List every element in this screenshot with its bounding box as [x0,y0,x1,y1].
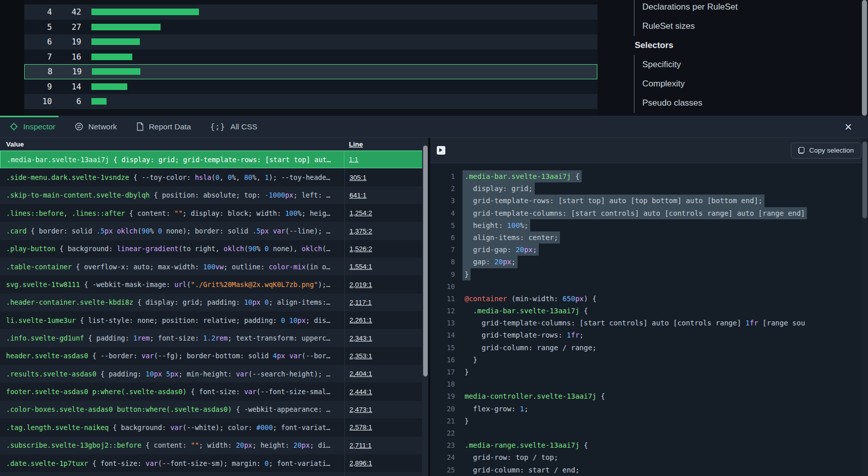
table-row[interactable]: .card { border: solid .5px oklch(90% 0 n… [0,222,428,240]
sidebar-item-specificity[interactable]: Specificity [642,55,738,74]
sidebar-item-complexity[interactable]: Complexity [642,74,738,93]
tab-all-css[interactable]: {;}All CSS [200,116,267,137]
table-row[interactable]: .play-button.svelte-asdas0 { display: fl… [0,472,428,476]
table-row[interactable]: li.svelte-1ume3ur { list-style: none; po… [0,311,428,329]
css-token: oklch [301,245,322,253]
css-token: ( [211,173,215,181]
line-link[interactable]: 2,117:1 [349,299,372,306]
table-row[interactable]: .subscribe.svelte-13gboj2::before { cont… [0,437,428,454]
table-scrollbar[interactable] [422,138,428,476]
line-link[interactable]: 1,554:1 [349,263,372,270]
sidebar-item-ruleset-sizes[interactable]: RuleSet sizes [642,17,738,36]
line-link[interactable]: 2,019:1 [349,281,372,289]
css-token: 650 [563,295,575,303]
line-link[interactable]: 1,526:2 [349,245,372,253]
code-scrollbar-thumb[interactable] [862,141,867,218]
code-line: 8 gap: 20px; [430,256,868,268]
rule-value-cell: .info.svelte-gd1unf { padding: 1rem; fon… [0,329,344,347]
code-line: 10 [430,280,868,293]
css-token: %, [252,173,265,181]
code-line: 23.media-range.svelte-13aai7j { [430,439,868,451]
css-token: .card [6,227,27,235]
table-row[interactable]: .skip-to-main-content.svelte-dbylqh { po… [0,186,428,204]
page-scrollbar-thumb[interactable] [862,0,867,116]
line-link[interactable]: 2,404:1 [349,370,372,377]
code-line-text: flex-grow: 1; [463,403,530,415]
copy-selection-label: Copy selection [809,147,854,154]
rule-value-cell: .lines::before, .lines::after { content:… [0,204,344,222]
tab-report-data[interactable]: Report Data [127,116,201,137]
line-link[interactable]: 641:1 [349,192,367,199]
line-link[interactable]: 2,444:1 [349,388,372,396]
css-token: grid-template-rows: [465,331,567,339]
line-link[interactable]: 2,343:1 [349,335,372,342]
chart-row[interactable]: 106 [24,94,597,109]
line-link[interactable]: 1,375:2 [349,227,372,235]
css-token: } [465,368,469,376]
chart-row[interactable]: 619 [24,34,597,50]
table-row[interactable]: .date.svelte-1p7tuxr { font-size: var(--… [0,454,428,472]
rules-table-rows: .media-bar.svelte-13aai7j { display: gri… [0,151,428,476]
css-token: 4 [273,352,277,360]
table-row[interactable]: .play-button { background: linear-gradie… [0,240,428,258]
line-link[interactable]: 2,578:1 [349,423,372,431]
line-link[interactable]: 2,473:1 [349,406,372,413]
table-row[interactable]: .side-menu.dark.svelte-1vsndze { --toy-c… [0,168,428,186]
table-row[interactable]: .header-container.svelte-kbdi8z { displa… [0,294,428,311]
chart-row[interactable]: 442 [24,5,597,20]
rule-line-cell: 2,261:1 [344,311,428,329]
declarations-bar-chart: 442527619716819914106 [24,5,597,109]
chart-row[interactable]: 914 [24,79,597,94]
css-token: px [285,191,293,199]
table-row[interactable]: .tag.length.svelte-naikeq { background: … [0,418,428,436]
code-scrollbar[interactable] [861,138,868,476]
line-link[interactable]: 305:1 [349,174,367,181]
table-row[interactable]: .color-boxes.svelte-asdas0 button:where(… [0,401,428,418]
tab-inspector[interactable]: Inspector [0,116,65,137]
tab-network[interactable]: Network [65,116,127,137]
chart-row[interactable]: 716 [24,50,597,65]
css-token: ; font-size: [150,334,203,342]
table-row[interactable]: .info.svelte-gd1unf { padding: 1rem; fon… [0,329,428,347]
rule-line-cell: 305:1 [344,168,428,186]
copy-selection-button[interactable]: Copy selection [791,142,861,159]
css-token: vw [216,263,224,271]
rule-line-cell [344,472,428,476]
code-viewer[interactable]: 1.media-bar.svelte-13aai7j {2 display: g… [430,164,868,476]
css-token: { display: grid; grid-template-rows: [st… [109,156,331,164]
code-line-text: grid-column: range / range; [463,342,598,354]
line-link[interactable]: 2,261:1 [349,316,372,324]
close-panel-button[interactable]: ✕ [843,121,854,132]
table-row[interactable]: .results.svelte-asdas0 { padding: 10px 5… [0,365,428,383]
css-token: rem [137,334,149,342]
css-token: .5 [252,227,261,235]
toggle-sidebar-icon[interactable] [437,146,445,155]
table-row[interactable]: .table-container { overflow-x: auto; max… [0,258,428,275]
page-scrollbar[interactable] [861,0,868,116]
css-token: .header-container.svelte-kbdi8z [6,298,133,306]
table-row[interactable]: header.svelte-asdas0 { --border: var(--f… [0,347,428,365]
table-scrollbar-thumb[interactable] [423,146,428,376]
rule-value-cell: .play-button.svelte-asdas0 { display: fl… [0,472,344,476]
table-row[interactable]: footer.svelte-asdas0 p:where(.svelte-asd… [0,383,428,400]
sidebar-item-declarations-per-ruleset[interactable]: Declarations per RuleSet [642,0,738,17]
css-token: svg.svelte-1tw8111 [6,280,80,289]
rule-line-cell: 1,526:2 [344,240,428,258]
table-row-selected[interactable]: .media-bar.svelte-13aai7j { display: gri… [0,151,428,168]
chart-row[interactable]: 527 [24,20,597,35]
table-row[interactable]: .lines::before, .lines::after { content:… [0,204,428,222]
code-line: 14 grid-template-rows: 1fr; [430,329,868,341]
tab-label: Report Data [149,122,191,131]
line-link[interactable]: 1:1 [349,156,359,163]
table-row[interactable]: svg.svelte-1tw8111 { -webkit-mask-image:… [0,275,428,293]
sidebar-item-pseudo-classes[interactable]: Pseudo classes [642,93,738,113]
line-link[interactable]: 2,896:1 [349,459,372,467]
chart-row-selected[interactable]: 819 [24,64,597,79]
line-link[interactable]: 2,353:1 [349,352,372,360]
line-link[interactable]: 2,711:1 [349,442,372,449]
css-token: .media-range.svelte-13aai7j [465,441,580,449]
line-link[interactable]: 1,254:2 [349,209,372,217]
column-header-line[interactable]: Line [344,140,428,148]
css-token: } [465,417,469,425]
css-token: { font-size: [88,459,146,467]
